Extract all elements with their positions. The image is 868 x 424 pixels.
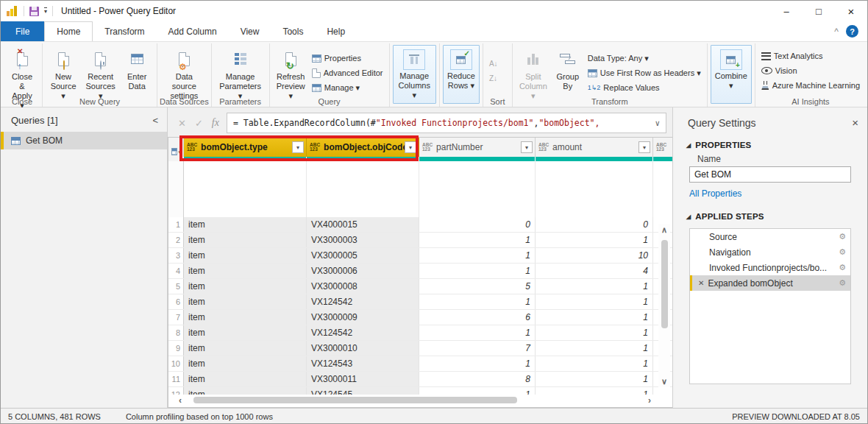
- advanced-editor-button[interactable]: Advanced Editor: [312, 66, 383, 80]
- step-settings-gear-icon[interactable]: ⚙: [839, 247, 846, 257]
- formula-cancel-icon[interactable]: ✕: [178, 118, 186, 129]
- applied-step-source[interactable]: Source ⚙: [690, 229, 850, 244]
- azure-ml-flask-icon: [761, 81, 769, 90]
- table-row[interactable]: 6itemVX12454211: [168, 294, 672, 310]
- tab-tools[interactable]: Tools: [271, 21, 315, 41]
- scroll-up-icon[interactable]: ∧: [661, 224, 667, 236]
- column-filter-dropdown[interactable]: ▾: [292, 141, 304, 153]
- manage-columns-button[interactable]: Manage Columns ▾: [393, 45, 436, 104]
- close-panel-icon[interactable]: ×: [852, 116, 858, 129]
- column-filter-dropdown[interactable]: ▾: [521, 141, 533, 153]
- plus-icon: +: [736, 62, 740, 69]
- applied-step-invoked-function[interactable]: Invoked Functionprojects/bo... ⚙: [690, 260, 850, 275]
- column-header-partnumber[interactable]: ABC 123 partNumber ▾: [419, 138, 536, 157]
- corner-dropdown-icon[interactable]: ▾: [178, 149, 181, 155]
- table-row[interactable]: 3itemVX3000005110: [168, 248, 672, 264]
- tab-transform[interactable]: Transform: [93, 21, 156, 41]
- scroll-right-icon[interactable]: ›: [642, 395, 657, 406]
- horizontal-scroll-thumb[interactable]: [193, 397, 517, 403]
- collapse-queries-icon[interactable]: <: [152, 115, 158, 126]
- query-list-item-get-bom[interactable]: Get BOM: [1, 132, 167, 149]
- select-all-corner[interactable]: ▾: [168, 138, 184, 157]
- recent-sources-button[interactable]: Recent Sources ▾: [81, 45, 120, 101]
- tab-file[interactable]: File: [1, 21, 44, 41]
- query-name-input[interactable]: [689, 166, 851, 183]
- collapse-ribbon-icon[interactable]: ^: [834, 26, 839, 37]
- applied-step-navigation[interactable]: Navigation ⚙: [690, 244, 850, 260]
- data-source-settings-button[interactable]: ⚙ Data source settings: [160, 45, 207, 101]
- all-properties-link[interactable]: All Properties: [673, 183, 868, 200]
- column-header-partial[interactable]: ABC 123: [653, 138, 672, 157]
- section-expander-icon[interactable]: ◢: [686, 142, 691, 149]
- column-filter-dropdown[interactable]: ▾: [638, 141, 650, 153]
- query-name: Get BOM: [26, 135, 63, 146]
- table-row[interactable]: 8itemVX12454211: [168, 325, 672, 341]
- save-icon[interactable]: [29, 7, 39, 16]
- azure-ml-button[interactable]: Azure Machine Learning: [761, 79, 860, 92]
- replace-values-button[interactable]: 1↳2 Replace Values: [588, 81, 701, 94]
- step-settings-gear-icon[interactable]: ⚙: [839, 232, 846, 241]
- horizontal-scrollbar[interactable]: ‹ ›: [168, 395, 661, 406]
- power-bi-logo-icon: [7, 6, 18, 16]
- applied-step-expanded-bomobject[interactable]: ✕ Expanded bomObject ⚙: [690, 275, 850, 291]
- reduce-rows-button[interactable]: ✓ Reduce Rows ▾: [443, 45, 480, 104]
- sort-descending-button[interactable]: Z↓: [489, 71, 498, 85]
- formula-input[interactable]: = Table.ExpandRecordColumn(#"Invoked Fun…: [227, 113, 666, 133]
- column-header-bomobject-type[interactable]: ABC 123 bomObject.type ▾: [184, 138, 307, 157]
- tab-view[interactable]: View: [229, 21, 271, 41]
- manage-parameters-button[interactable]: Manage Parameters ▾: [215, 45, 266, 101]
- scroll-left-icon[interactable]: ‹: [173, 395, 188, 406]
- table-row[interactable]: 7itemVX300000961: [168, 310, 672, 325]
- tab-home[interactable]: Home: [44, 21, 93, 41]
- close-button[interactable]: ×: [835, 1, 867, 21]
- formula-check-icon[interactable]: ✓: [195, 118, 203, 129]
- delete-step-icon[interactable]: ✕: [698, 279, 704, 287]
- advanced-editor-icon: [312, 68, 321, 78]
- table-row[interactable]: 5itemVX300000851: [168, 279, 672, 294]
- help-button[interactable]: ?: [846, 25, 858, 38]
- data-type-button[interactable]: Data Type: Any ▾: [588, 52, 701, 65]
- text-analytics-button[interactable]: Text Analytics: [761, 49, 860, 63]
- tab-help[interactable]: Help: [315, 21, 357, 41]
- group-label-ai-insights: AI Insights: [755, 97, 866, 106]
- table-row[interactable]: 1itemVX400001500: [168, 217, 672, 233]
- profiling-status[interactable]: Column profiling based on top 1000 rows: [126, 412, 273, 421]
- table-row[interactable]: 10itemVX12454311: [168, 356, 672, 372]
- minimize-button[interactable]: –: [770, 1, 803, 21]
- group-label-sort: Sort: [483, 97, 512, 106]
- ribbon-group-query: ↻ Refresh Preview ▾ Properties Advanced …: [270, 43, 390, 107]
- sort-descending-icon: Z↓: [489, 74, 497, 82]
- new-source-button[interactable]: New Source ▾: [46, 45, 81, 101]
- formula-expand-icon[interactable]: ∨: [650, 119, 660, 128]
- refresh-preview-button[interactable]: ↻ Refresh Preview ▾: [273, 45, 309, 101]
- split-column-button[interactable]: Split Column ▾: [516, 45, 551, 101]
- clock-icon: [100, 60, 102, 70]
- combine-button[interactable]: + Combine ▾: [711, 45, 752, 104]
- step-settings-gear-icon[interactable]: ⚙: [839, 263, 846, 272]
- tab-add-column[interactable]: Add Column: [157, 21, 229, 41]
- vertical-scrollbar[interactable]: ∧ ∨: [658, 224, 670, 387]
- quick-access-dropdown-icon[interactable]: ▾: [44, 7, 47, 15]
- table-row[interactable]: 11itemVX300001181: [168, 372, 672, 387]
- column-header-amount[interactable]: ABC 123 amount ▾: [536, 138, 653, 157]
- name-label: Name: [673, 152, 868, 166]
- step-settings-gear-icon[interactable]: ⚙: [839, 278, 846, 288]
- vertical-scroll-thumb[interactable]: [661, 240, 668, 328]
- properties-button[interactable]: Properties: [312, 52, 383, 65]
- applied-steps-section-header[interactable]: ◢ APPLIED STEPS: [673, 200, 868, 224]
- column-filter-dropdown[interactable]: ▾: [405, 141, 416, 153]
- group-by-button[interactable]: Group By: [551, 45, 585, 101]
- manage-button[interactable]: Manage ▾: [312, 81, 383, 94]
- vision-button[interactable]: Vision: [761, 64, 860, 77]
- use-first-row-as-headers-button[interactable]: Use First Row as Headers ▾: [588, 66, 701, 80]
- column-header-bomobject-objcode[interactable]: ABC 123 bomObject.objCode ▾: [307, 138, 419, 157]
- section-expander-icon[interactable]: ◢: [686, 213, 691, 220]
- enter-data-button[interactable]: Enter Data: [120, 45, 154, 101]
- table-row[interactable]: 2itemVX300000311: [168, 233, 672, 248]
- table-row[interactable]: 4itemVX300000614: [168, 264, 672, 279]
- scroll-down-icon[interactable]: ∨: [661, 375, 667, 387]
- sort-ascending-button[interactable]: A↓: [489, 57, 498, 70]
- maximize-button[interactable]: □: [803, 1, 835, 21]
- properties-section-header[interactable]: ◢ PROPERTIES: [673, 132, 868, 152]
- table-row[interactable]: 9itemVX300001071: [168, 341, 672, 356]
